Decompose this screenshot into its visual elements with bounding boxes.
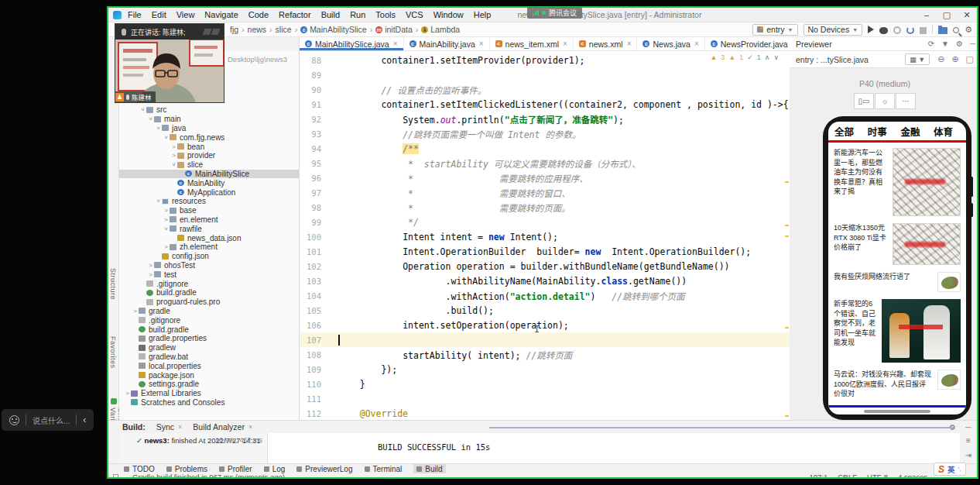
news-category-tab[interactable]: 体育	[934, 124, 953, 139]
breadcrumb-item[interactable]: slice	[276, 25, 292, 34]
tree-row[interactable]: ˃en.element	[119, 215, 299, 225]
tree-collapsed-icon[interactable]: ˃	[170, 152, 177, 159]
tree-row[interactable]: cMyApplication	[119, 187, 299, 197]
emoji-icon[interactable]	[9, 415, 19, 425]
toolwindow-build[interactable]: Build	[413, 464, 445, 474]
news-category-tab[interactable]: 金融	[900, 124, 920, 139]
chat-input[interactable]: 说点什么...	[33, 414, 70, 426]
tree-row[interactable]: ˃base	[119, 206, 299, 215]
code-editor[interactable]: 88container1.setItemProvider(provider1);…	[300, 51, 790, 425]
tree-row[interactable]: config.json	[119, 252, 299, 261]
news-item[interactable]: 新手常犯的6个错误、自己察觉不到，老司机一坐车就能发现	[834, 299, 961, 363]
prev-problem-icon[interactable]: ∧	[765, 53, 770, 61]
menu-tools[interactable]: Tools	[375, 10, 396, 19]
tree-row[interactable]: ˃bean	[119, 142, 299, 151]
tree-row[interactable]: ˅java	[119, 124, 299, 133]
menu-run[interactable]: Run	[350, 10, 365, 19]
project-structure-icon[interactable]	[938, 27, 947, 34]
tree-row[interactable]: ˅resources	[119, 197, 299, 206]
gear-icon[interactable]: ⚙	[956, 40, 963, 48]
theme-brightness-icon[interactable]: ☼	[875, 93, 895, 109]
menu-build[interactable]: Build	[321, 10, 340, 19]
breadcrumb-item[interactable]: λLambda	[421, 25, 460, 34]
tree-row[interactable]: news_data.json	[119, 233, 299, 242]
module-selector[interactable]: entry▼	[752, 24, 797, 36]
close-tab-icon[interactable]: ×	[393, 40, 398, 48]
meeting-status-pill[interactable]: 腾讯会议	[527, 7, 582, 19]
toolwindow-terminal[interactable]: Terminal	[365, 465, 403, 473]
soft-wrap-icon[interactable]: ≡	[966, 436, 971, 445]
zoom-in-icon[interactable]: ⊕	[951, 54, 958, 64]
file-tab[interactable]: <news_item.xml×	[490, 37, 574, 50]
code-line[interactable]: 92System.out.println("点击了新闻了，准备跳转");	[300, 112, 790, 126]
file-encoding[interactable]: UTF-8	[867, 473, 888, 479]
tree-collapsed-icon[interactable]: ˃	[147, 271, 154, 278]
code-line[interactable]: 94/**	[300, 141, 790, 156]
tree-row[interactable]: .gitignore	[119, 279, 299, 288]
toolwindow-previewerlog[interactable]: PreviewerLog	[296, 465, 352, 473]
ime-indicator[interactable]: S 英 ’,	[934, 463, 966, 476]
tree-row[interactable]: ˅slice	[119, 160, 299, 170]
toolwindow-profiler[interactable]: Profiler	[219, 465, 252, 473]
debug-icon[interactable]	[879, 27, 888, 34]
tree-expanded-icon[interactable]: ˅	[139, 106, 146, 113]
file-tab[interactable]: cMainAbilitySlice.java×	[300, 37, 404, 50]
toolwindow-favorites[interactable]: Favorites	[109, 336, 117, 369]
maximize-icon[interactable]: ▢	[937, 10, 957, 20]
tree-row[interactable]: settings.gradle	[119, 380, 299, 389]
tree-row[interactable]: ˃zh.element	[119, 242, 299, 252]
fit-screen-icon[interactable]: ▢	[966, 54, 974, 64]
tree-row[interactable]: ˅src	[119, 105, 299, 115]
code-line[interactable]: 97* 需要跳转的窗口、	[300, 185, 790, 200]
coverage-icon[interactable]	[893, 26, 901, 34]
code-line[interactable]: 108startAbility( intent); //跳转页面	[300, 347, 790, 362]
tree-expanded-icon[interactable]: ˅	[170, 161, 177, 168]
caret-position[interactable]: 107:1	[809, 473, 828, 479]
editor-scrollbar[interactable]	[785, 51, 789, 425]
tree-row[interactable]: build.gradle	[119, 288, 299, 298]
settings-gear-icon[interactable]: ⚙	[965, 25, 972, 35]
menu-file[interactable]: File	[128, 10, 142, 19]
toolwindow-structure[interactable]: Structure	[109, 268, 117, 300]
breadcrumb-item[interactable]: fjg	[230, 25, 238, 34]
tree-expanded-icon[interactable]: ˅	[163, 225, 170, 232]
tree-row[interactable]: gradlew	[119, 343, 299, 353]
tab-build-analyzer[interactable]: Build Analyzer×	[193, 422, 252, 432]
code-line[interactable]: 102Operation operation = builder.withBun…	[300, 259, 790, 273]
horizontal-scrollbar[interactable]	[489, 427, 954, 428]
tree-collapsed-icon[interactable]: ˃	[163, 243, 170, 250]
code-line[interactable]: 93//跳转页面需要一个叫做 Intent 的参数。	[300, 126, 790, 141]
scroll-to-end-icon[interactable]: ⇥	[965, 451, 971, 459]
meeting-chat-bar[interactable]: 说点什么... ‹	[2, 409, 94, 431]
code-line[interactable]: 105.build();	[300, 303, 790, 318]
code-line[interactable]: 112@Override	[300, 406, 790, 421]
news-category-tab[interactable]: 时事	[868, 124, 887, 139]
tree-expanded-icon[interactable]: ˅	[163, 134, 170, 141]
breadcrumb-item[interactable]: minitData	[375, 25, 413, 34]
tree-row[interactable]: cMainAbilitySlice	[119, 170, 299, 179]
code-line[interactable]: 98* 需要跳转的页面。	[300, 200, 790, 215]
menu-code[interactable]: Code	[248, 10, 269, 19]
close-tab-icon[interactable]: ×	[627, 40, 632, 48]
hide-panel-icon[interactable]: ─	[970, 40, 975, 48]
attach-debugger-icon[interactable]	[906, 26, 914, 34]
close-icon[interactable]: ×	[178, 423, 182, 431]
code-line[interactable]: 111	[300, 391, 790, 406]
tab-sync[interactable]: Sync×	[156, 422, 183, 432]
tree-expanded-icon[interactable]: ˅	[147, 115, 154, 122]
file-tab[interactable]: cMainAbility.java×	[404, 37, 490, 50]
code-line[interactable]: 95* startAbility 可以定义需要跳转的设备（分布式）、	[300, 156, 790, 170]
toolwindow-log[interactable]: Log	[264, 465, 286, 473]
menu-navigate[interactable]: Navigate	[204, 10, 238, 19]
inspections-widget[interactable]: ▲3 ▲1 ✓1 ∧ ∨	[710, 53, 779, 61]
menu-window[interactable]: Window	[433, 10, 464, 19]
more-options-icon[interactable]: ⋯	[896, 93, 916, 109]
download-icon[interactable]: ▼	[941, 40, 949, 48]
tree-row[interactable]: ˃provider	[119, 151, 299, 160]
close-icon[interactable]: ✕	[957, 10, 977, 20]
news-item[interactable]: 10天缩水1350元 RTX 3080 Ti显卡价格崩了	[834, 223, 961, 265]
code-line[interactable]: 96* 需要跳转的应用程序、	[300, 170, 790, 185]
hide-panel-icon[interactable]: ─	[965, 423, 971, 432]
code-line[interactable]: 107	[300, 332, 790, 347]
tree-row[interactable]: ˃External Libraries	[119, 389, 299, 398]
